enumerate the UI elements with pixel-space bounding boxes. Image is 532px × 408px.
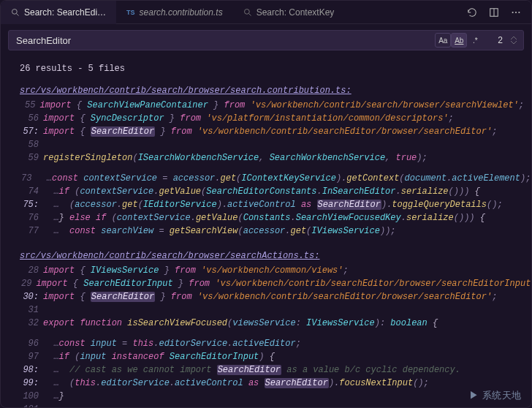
code-line[interactable]: 59registerSingleton(ISearchWorkbenchServ… — [21, 151, 524, 165]
file-header[interactable]: src/vs/workbench/contrib/search/browser/… — [20, 84, 524, 97]
results-panel: 26 results - 5 files src/vs/workbench/co… — [1, 55, 531, 408]
file-header[interactable]: src/vs/workbench/contrib/search/browser/… — [20, 249, 524, 262]
search-icon — [11, 8, 20, 17]
svg-point-8 — [518, 11, 520, 12]
search-icon — [243, 8, 252, 17]
tab-search-2[interactable]: Search: ContextKey — [233, 1, 345, 24]
code-line[interactable]: 57:import { SearchEditor } from 'vs/work… — [21, 125, 524, 138]
tab-search-1[interactable]: Search: SearchEdi… — [1, 1, 116, 24]
svg-line-1 — [17, 13, 19, 15]
code-line[interactable]: 97 …if (input instanceof SearchEditorInp… — [21, 350, 524, 363]
regex-toggle[interactable]: .* — [467, 33, 483, 48]
match-count: 2 — [486, 35, 510, 45]
code-line[interactable]: 29import { SearchEditorInput } from 'vs/… — [21, 277, 524, 290]
svg-point-7 — [515, 11, 517, 12]
tab-file[interactable]: TS search.contribution.ts — [116, 1, 233, 24]
search-bar: Aa Ab .* 2 — [8, 30, 524, 50]
editor-tabs: Search: SearchEdi… TS search.contributio… — [1, 1, 531, 24]
tab-label: Search: ContextKey — [256, 7, 335, 18]
svg-point-6 — [512, 11, 514, 12]
code-line[interactable]: 100 …} — [21, 390, 524, 403]
results-summary: 26 results - 5 files — [20, 62, 524, 75]
svg-point-2 — [244, 9, 249, 14]
code-line[interactable]: 32export function isSearchViewFocused(vi… — [21, 317, 524, 330]
code-line[interactable]: 77 … const searchView = getSearchView(ac… — [21, 224, 524, 238]
code-line[interactable]: 74 …if (contextService.getValue(SearchEd… — [21, 185, 524, 198]
code-line[interactable]: 75: … (accessor.get(IEditorService).acti… — [21, 198, 524, 211]
code-line[interactable]: 28import { IViewsService } from 'vs/work… — [21, 264, 524, 277]
layout-icon[interactable] — [489, 7, 499, 18]
tab-label: search.contribution.ts — [140, 7, 223, 18]
match-case-toggle[interactable]: Aa — [435, 33, 451, 48]
svg-point-0 — [12, 9, 18, 14]
code-line[interactable]: 99: … (this.editorService.activeControl … — [21, 377, 524, 390]
code-line[interactable]: 31 — [21, 303, 524, 317]
code-line[interactable]: 76 …} else if (contextService.getValue(C… — [21, 211, 524, 224]
code-line[interactable]: 55import { SearchViewPaneContainer } fro… — [21, 99, 524, 112]
watermark: ▶ 系统天地 — [469, 389, 522, 402]
code-line[interactable]: 56import { SyncDescriptor } from 'vs/pla… — [21, 112, 524, 125]
code-line[interactable]: 30:import { SearchEditor } from 'vs/work… — [21, 290, 524, 303]
search-input[interactable] — [9, 35, 432, 46]
code-line[interactable]: 98: … // cast as we cannot import Search… — [21, 363, 524, 377]
more-icon[interactable] — [511, 7, 521, 18]
code-line[interactable]: 58 — [21, 138, 524, 151]
refresh-icon[interactable] — [467, 7, 477, 18]
code-line[interactable]: 101 — [21, 403, 524, 408]
whole-word-toggle[interactable]: Ab — [451, 33, 467, 48]
code-line[interactable]: 96 …const input = this.editorService.act… — [21, 337, 524, 350]
code-line[interactable]: 73 …const contextService = accessor.get(… — [21, 172, 524, 185]
ts-icon: TS — [126, 9, 135, 16]
match-nav[interactable] — [510, 36, 523, 45]
tab-label: Search: SearchEdi… — [24, 7, 106, 18]
svg-line-3 — [248, 13, 251, 15]
chevron-down-icon[interactable] — [510, 40, 517, 45]
search-options: Aa Ab .* — [432, 33, 486, 48]
tab-actions — [457, 7, 531, 18]
